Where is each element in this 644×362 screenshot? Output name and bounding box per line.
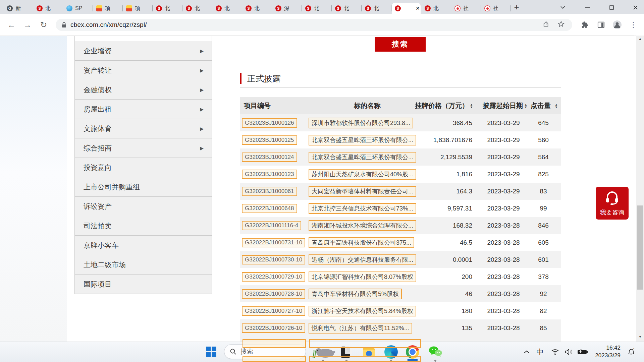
target-name-link[interactable]: 浙江驰宇空天技术有限公司5.84%股权 xyxy=(309,306,416,316)
project-id-link[interactable]: G32022BJ1000731-10 xyxy=(242,238,305,247)
scrollbar-thumb[interactable] xyxy=(637,205,643,290)
window-close-button[interactable] xyxy=(629,3,642,11)
reload-icon[interactable]: ↻ xyxy=(37,14,50,36)
ime-language-indicator[interactable]: 中 xyxy=(534,342,546,362)
sidebar-top-box xyxy=(74,36,212,41)
scroll-up-icon[interactable]: ▲ xyxy=(636,37,644,41)
side-panel-icon[interactable] xyxy=(594,14,608,36)
browser-tab[interactable]: 新 ✕ xyxy=(4,3,33,14)
target-name-link[interactable]: 青岛康平高铁科技股份有限公司375... xyxy=(309,237,414,248)
project-id-link[interactable]: G32022BJ1000728-10 xyxy=(242,289,305,299)
section-title: 正式披露 xyxy=(247,73,281,84)
project-id-link[interactable]: G32022BJ1000729-10 xyxy=(242,272,305,282)
table-row: G32022BJ1000726-10 悦利电气（江苏）有限公司11.52%...… xyxy=(240,319,561,337)
window-maximize-button[interactable] xyxy=(605,3,618,11)
browser-tab[interactable]: 项 ✕ xyxy=(123,3,152,14)
browser-tab[interactable]: 北 ✕ xyxy=(302,3,331,14)
target-name-link[interactable]: 青岛中车轻材料有限公司5%股权 xyxy=(309,289,402,299)
project-id-link[interactable]: G32023BJ1000061 xyxy=(242,187,297,196)
taskbar-clock[interactable]: 16:42 2023/3/29 xyxy=(590,344,621,359)
wifi-icon[interactable] xyxy=(549,342,561,362)
browser-tab[interactable]: 社 ✕ xyxy=(481,3,510,14)
forward-icon[interactable]: → xyxy=(21,14,34,36)
project-id-link[interactable]: G32023BJ1000124 xyxy=(242,153,297,162)
project-id-link[interactable]: G32022BJ1000648 xyxy=(242,204,297,213)
sidebar-item[interactable]: 文旅体育 ▶ xyxy=(75,119,212,138)
target-name-link[interactable]: 悦利电气（江苏）有限公司11.52%... xyxy=(309,323,412,334)
browser-tab[interactable]: 项 ✕ xyxy=(93,3,122,14)
sidebar-item[interactable]: 企业增资 ▶ xyxy=(75,41,212,61)
column-header-date[interactable]: 披露起始日期 ▲▼ xyxy=(483,97,527,114)
target-name-link[interactable]: 湖南湘环城投水环境综合治理有限公... xyxy=(309,220,416,231)
listed-price: 2,129.5539 xyxy=(440,154,472,161)
project-id-link[interactable]: G32022BJ1000726-10 xyxy=(242,323,305,333)
tab-close-icon[interactable]: ✕ xyxy=(416,5,420,11)
bookmark-star-icon[interactable] xyxy=(557,20,565,29)
battery-charging-icon[interactable] xyxy=(576,342,590,362)
browser-tab[interactable]: ✕ xyxy=(392,3,421,14)
sidebar-item[interactable]: 国际项目 ▶ xyxy=(75,275,212,294)
project-id-link[interactable]: G32022BJ1001116-4 xyxy=(242,221,301,230)
column-header-price[interactable]: 挂牌价格（万元） ▲▼ xyxy=(415,97,473,114)
project-id-link[interactable]: G32023BJ1000125 xyxy=(242,135,297,145)
browser-menu-icon[interactable]: ⋮ xyxy=(627,14,640,36)
browser-tab[interactable]: 北 ✕ xyxy=(243,3,271,14)
browser-tab[interactable]: 北 ✕ xyxy=(422,3,450,14)
target-name-link[interactable]: 深圳市雅都软件股份有限公司293.8... xyxy=(309,118,413,128)
sidebar-item[interactable]: 投资意向 ▶ xyxy=(75,158,212,177)
address-bar[interactable]: cbex.com.cn/xm/cqzr/zspl/ xyxy=(56,19,572,31)
wechat-icon[interactable] xyxy=(428,345,443,359)
search-button[interactable]: 搜索 xyxy=(375,37,426,52)
new-tab-button[interactable]: + xyxy=(511,2,522,12)
extensions-puzzle-icon[interactable] xyxy=(578,14,592,36)
target-name-link[interactable]: 北京北控三兴信息技术有限公司73%... xyxy=(309,203,416,214)
sidebar-item[interactable]: 土地二级市场 ▶ xyxy=(75,255,212,275)
sort-icon[interactable]: ▲▼ xyxy=(524,103,527,109)
tray-chevron-up-icon[interactable] xyxy=(521,342,533,362)
sidebar-item[interactable]: 京牌小客车 ▶ xyxy=(75,236,212,255)
windows-start-button[interactable] xyxy=(206,347,216,357)
project-id-link[interactable]: G32022BJ1000730-10 xyxy=(242,255,305,264)
browser-tab[interactable]: 北 ✕ xyxy=(213,3,241,14)
target-name-link[interactable]: 苏州阳山天然矿泉水有限公司40%股... xyxy=(309,169,416,180)
sidebar-item[interactable]: 司法拍卖 ▶ xyxy=(75,216,212,236)
sidebar-item[interactable]: 上市公司并购重组 ▶ xyxy=(75,177,212,197)
speaker-icon[interactable] xyxy=(563,342,575,362)
browser-tab[interactable]: SP ✕ xyxy=(63,3,92,14)
tab-search-chevron-icon[interactable] xyxy=(556,3,570,11)
scroll-down-icon[interactable]: ▼ xyxy=(636,335,644,339)
sidebar-item[interactable]: 房屋出租 ▶ xyxy=(75,100,212,119)
scrollbar-track[interactable] xyxy=(636,36,644,342)
sidebar-item[interactable]: 诉讼资产 ▶ xyxy=(75,197,212,216)
notification-bell-icon[interactable]: zz xyxy=(624,342,639,362)
browser-tab[interactable]: 社 ✕ xyxy=(451,3,480,14)
section-accent-bar xyxy=(240,73,241,84)
click-count: 825 xyxy=(531,171,556,178)
project-id-link[interactable]: G32023BJ1000123 xyxy=(242,170,297,179)
sidebar-item[interactable]: 资产转让 ▶ xyxy=(75,61,212,80)
browser-tab[interactable]: 北 ✕ xyxy=(362,3,391,14)
sidebar-item[interactable]: 综合招商 ▶ xyxy=(75,138,212,158)
browser-tab[interactable]: 北 ✕ xyxy=(183,3,212,14)
target-name-link[interactable]: 北京双合盛五星啤酒三环股份有限公... xyxy=(309,135,416,145)
share-icon[interactable] xyxy=(543,20,550,29)
project-id-link[interactable]: G32023BJ1000126 xyxy=(242,118,297,128)
profile-avatar[interactable] xyxy=(610,14,624,36)
browser-tab[interactable]: 北 ✕ xyxy=(332,3,361,14)
target-name-link[interactable]: 北京双合盛五星啤酒三环股份有限公... xyxy=(309,152,416,163)
target-name-link[interactable]: 迅畅（湖南）交通信息科技服务有限... xyxy=(309,254,416,265)
browser-tab[interactable]: 北 ✕ xyxy=(34,3,62,14)
browser-tab[interactable]: 深 ✕ xyxy=(272,3,301,14)
target-name-link[interactable]: 大同宏益新型墙体材料有限责任公司... xyxy=(309,186,416,197)
window-minimize-button[interactable] xyxy=(581,3,594,11)
sort-icon[interactable]: ▲▼ xyxy=(555,103,558,109)
browser-tab[interactable]: 北 ✕ xyxy=(153,3,182,14)
sidebar-item[interactable]: 金融债权 ▶ xyxy=(75,80,212,100)
target-name-link[interactable]: 北京锦源汇智科技有限公司8.07%股权 xyxy=(309,272,416,282)
back-icon[interactable]: ← xyxy=(5,14,18,36)
project-id-link[interactable]: G32022BJ1000727-10 xyxy=(242,306,305,316)
sort-icon[interactable]: ▲▼ xyxy=(470,103,473,109)
column-header-clicks[interactable]: 点击量 ▲▼ xyxy=(531,97,558,114)
consult-widget-button[interactable]: 我要咨询 xyxy=(596,187,629,220)
url-text[interactable]: cbex.com.cn/xm/cqzr/zspl/ xyxy=(70,21,147,28)
